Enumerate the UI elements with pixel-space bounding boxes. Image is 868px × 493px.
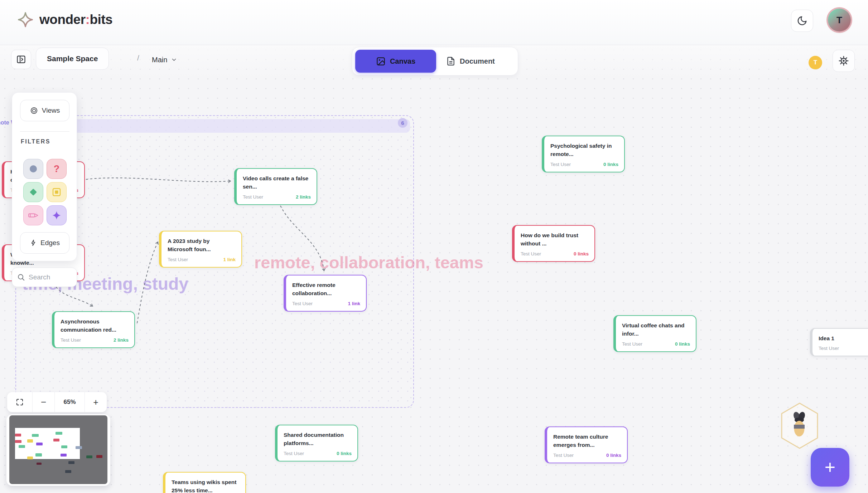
minimap-node [61,445,67,448]
filter-question-button[interactable]: ? [47,159,67,179]
plus-icon: + [825,457,835,478]
user-avatar[interactable]: T [828,9,851,31]
add-node-button[interactable]: + [811,448,849,487]
logo-wordmark: wonder:bits [39,12,112,27]
cluster-keywords: remote, collaboration, teams [254,253,483,272]
square-icon [52,187,61,197]
zoom-fit-button[interactable] [7,392,32,412]
canvas-card-idea-1[interactable]: Idea 1Test User0 links [810,328,868,356]
canvas-card-build-trust[interactable]: How do we build trust without ...Test Us… [512,225,595,262]
card-footer: Test User0 links [284,451,352,456]
card-author: Test User [819,346,839,351]
card-links-count: 0 links [675,341,690,347]
card-footer: Test User1 link [168,257,236,262]
search-input[interactable] [29,273,68,281]
collaborator-avatar[interactable]: T [809,56,822,69]
card-author: Test User [553,453,574,458]
sparkle-logo-icon [17,11,34,28]
canvas-card-remote-culture[interactable]: Remote team culture emerges from...Test … [545,426,628,463]
card-links-count: 2 links [296,194,311,200]
gear-icon [838,55,849,66]
card-author: Test User [243,194,263,200]
tab-document[interactable]: Document [438,50,503,73]
app-logo: wonder:bits [17,11,112,28]
minimap-node [96,455,102,458]
canvas-card-shared-docs[interactable]: Shared documentation platforms...Test Us… [275,425,358,462]
space-name-button[interactable]: Sample Space [36,48,109,70]
card-title: Asynchronous communication red... [61,317,129,334]
zoom-in-button[interactable]: + [85,392,107,412]
card-title: Remote team culture emerges from... [553,433,621,449]
sparkle-icon [52,210,62,220]
canvas-card-study-2023[interactable]: A 2023 study by Microsoft foun...Test Us… [159,231,242,268]
card-title: How do we build trust without ... [521,231,589,248]
document-icon [446,57,455,66]
canvas-card-video-calls[interactable]: Video calls create a false sen...Test Us… [234,168,317,205]
card-links-count: 2 links [114,337,129,343]
card-footer: Test User0 links [819,346,868,351]
card-title: Teams using wikis spent 25% less time... [172,478,240,493]
hexagon-bee-icon [778,402,821,449]
card-links-count: 1 link [348,301,360,306]
card-title: A 2023 study by Microsoft foun... [168,237,236,254]
zoom-out-button[interactable]: − [32,392,54,412]
card-footer: Test User2 links [243,194,311,200]
fit-screen-icon [15,398,24,406]
minimap-node [19,445,25,448]
views-icon [30,106,38,115]
minimap-node [53,439,59,441]
minimap-node [56,432,62,435]
sidebar-toggle-button[interactable] [11,50,31,69]
assistant-bee-widget[interactable] [778,402,821,449]
cluster-header-strip [19,119,410,133]
cluster-count-badge: 6 [398,118,408,128]
moon-icon [797,15,807,26]
card-footer: Test User0 links [553,453,621,458]
filter-ai-button[interactable] [47,205,67,225]
edges-button[interactable]: Edges [20,232,69,254]
panel-divider [20,131,69,132]
minimap-node [65,470,71,473]
card-title: Virtual coffee chats and infor... [622,321,690,338]
card-links-count: 0 links [337,451,352,456]
canvas-card-psych-safety[interactable]: Psychological safety in remote...Test Us… [542,136,625,172]
card-footer: Test User0 links [622,341,690,347]
card-links-count: 1 link [223,257,236,262]
filter-sketch-button[interactable] [23,205,43,225]
branch-dropdown[interactable]: Main [152,52,177,68]
card-footer: Test User2 links [61,337,129,343]
minimap-node [68,461,74,464]
card-title: Psychological safety in remote... [550,142,618,158]
canvas-card-teams-wikis[interactable]: Teams using wikis spent 25% less time...… [163,472,246,493]
breadcrumb-separator: / [137,54,139,62]
card-title: Idea 1 [819,334,868,342]
tab-canvas[interactable]: Canvas [355,50,436,73]
canvas-card-async-comm[interactable]: Asynchronous communication red...Test Us… [52,311,135,348]
views-button[interactable]: Views [20,100,69,121]
canvas-card-virtual-coffee[interactable]: Virtual coffee chats and infor...Test Us… [613,315,696,352]
app-header: wonder:bits T [0,0,868,45]
minimap-node [27,439,33,443]
filters-heading: FILTERS [21,138,50,145]
card-author: Test User [61,337,81,343]
filter-grid: ? [23,159,67,225]
minimap-node [32,434,39,437]
minimap-node [86,455,92,458]
dark-mode-toggle[interactable] [791,10,813,32]
circle-icon [29,164,38,174]
card-author: Test User [168,257,188,262]
question-icon: ? [54,163,60,175]
panel-toggle-icon [16,54,26,64]
minimap-node [15,440,21,443]
filter-insight-button[interactable] [23,182,43,202]
minimap-node [27,457,33,459]
settings-button[interactable] [833,50,855,72]
pencil-icon [28,212,39,219]
canvas-card-effective-collab[interactable]: Effective remote collaboration...Test Us… [284,275,367,312]
filter-fact-button[interactable] [47,182,67,202]
card-footer: Test User0 links [550,162,618,167]
card-links-count: 0 links [603,162,618,167]
filter-note-button[interactable] [23,159,43,179]
minimap-viewport[interactable] [15,428,80,459]
minimap[interactable] [6,414,110,486]
